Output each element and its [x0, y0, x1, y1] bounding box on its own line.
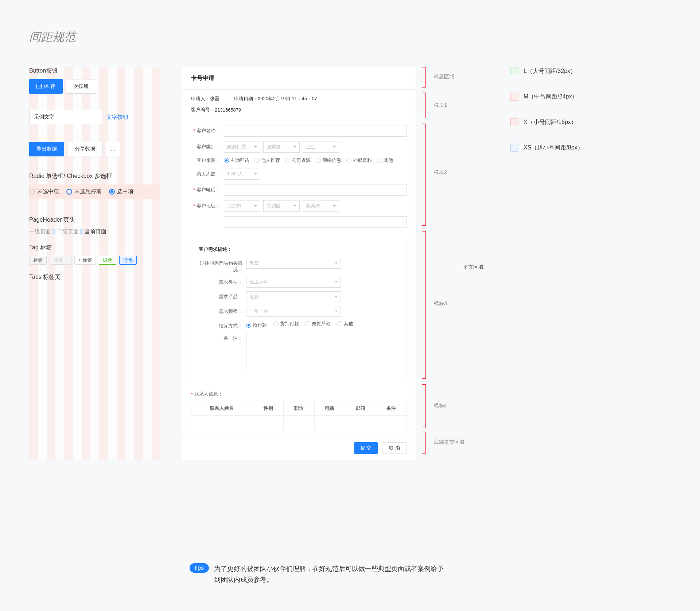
apply-date-value: 2020年2月19日 11：45：07	[258, 96, 317, 101]
type-select-1[interactable]: 政府机关	[224, 141, 260, 153]
bracket-title	[422, 67, 426, 87]
source-radio-6[interactable]: 其他	[377, 157, 393, 164]
more-button[interactable]: …	[106, 142, 120, 156]
demand-freq-label: 需求频率：	[199, 306, 246, 315]
source-radio-2[interactable]: 他人推荐	[254, 157, 280, 164]
settle-radio-2[interactable]: 货到付款	[273, 320, 299, 327]
contact-table: 联系人姓名 性别 职位 电话 邮箱 备注	[191, 401, 407, 430]
radio-label: 选中项	[117, 188, 133, 195]
radio-label: 未选中项	[37, 188, 59, 195]
settle-radio-4[interactable]: 其他	[337, 320, 353, 327]
breadcrumb-sep	[80, 229, 83, 234]
source-radio-4[interactable]: 网络信息	[316, 157, 341, 164]
legend-swatch-l	[510, 67, 518, 75]
region-m4-label: 模块4	[434, 402, 447, 409]
radio-icon	[337, 321, 342, 326]
export-button[interactable]: 导出数据	[29, 142, 64, 156]
breadcrumb-l2[interactable]: 二级页面	[57, 228, 79, 234]
example-input[interactable]	[29, 110, 102, 124]
bracket-m1	[422, 93, 426, 118]
radio-icon	[109, 189, 115, 195]
legend-swatch-m	[510, 93, 518, 101]
customer-type-label: 客户类别：	[191, 144, 224, 150]
page-title: 间距规范	[29, 29, 671, 45]
save-icon	[36, 84, 42, 89]
bracket-footer	[422, 432, 426, 454]
table-row[interactable]	[191, 416, 407, 430]
remark-textarea[interactable]	[246, 333, 348, 369]
settle-radio-3[interactable]: 先货后款	[305, 320, 331, 327]
demand-product-select[interactable]: 电影	[246, 291, 341, 302]
radio-icon	[346, 158, 351, 163]
th-email: 邮箱	[345, 401, 376, 416]
source-radio-3[interactable]: 公司资源	[285, 157, 311, 164]
radio-icon	[254, 158, 260, 163]
tag-blue[interactable]: 蓝色	[119, 256, 137, 265]
secondary-button[interactable]: 次按钮	[66, 79, 96, 94]
past-purchase-label: 过往同类产品购买情况：	[199, 258, 246, 273]
form-module-2: 客户名称： 客户类别： 政府机关 国家级 卫生 客户来源： 主动拜访 他人推荐 …	[182, 119, 416, 234]
source-radio-5[interactable]: 外部资料	[346, 157, 372, 164]
region-m1-label: 模块1	[434, 102, 447, 109]
customer-no-value: 2131565879	[215, 107, 241, 113]
submit-button[interactable]: 提 交	[354, 442, 378, 454]
tag-green[interactable]: 绿色	[99, 256, 116, 265]
settlement-label: 结算方式：	[199, 320, 246, 329]
form-footer: 提 交 取 消	[182, 436, 416, 460]
radio-checked[interactable]: 选中项	[109, 188, 133, 195]
employee-count-label: 员工人数：	[191, 171, 224, 177]
customer-phone-input[interactable]	[224, 184, 407, 196]
type-select-2[interactable]: 国家级	[263, 141, 300, 153]
form-title: 卡号申请	[182, 67, 416, 90]
addr-select-1[interactable]: 北京市	[224, 200, 260, 212]
radio-hover[interactable]: 未选悬停项	[66, 188, 102, 195]
form-card: 卡号申请 申请人：张磊 申请日期：2020年2月19日 11：45：07 客户编…	[182, 67, 416, 460]
tag-label: 标签	[54, 257, 63, 264]
tag-add[interactable]: + 标签	[74, 256, 96, 265]
applicant-value: 张磊	[210, 96, 219, 101]
demand-freq-select[interactable]: 一年一次	[246, 306, 341, 317]
legend-m-label: M（中号间距/24px）	[524, 93, 578, 101]
customer-name-label: 客户名称：	[191, 128, 224, 134]
breadcrumb: 一级页面二级页面当前页面	[29, 228, 160, 235]
source-radio-1[interactable]: 主动拜访	[224, 157, 249, 164]
radio-label: 主动拜访	[230, 157, 249, 164]
addr-detail-input[interactable]	[224, 216, 407, 228]
remark-label: 备 注：	[199, 333, 246, 342]
legend-swatch-xs	[510, 144, 518, 152]
radio-icon	[285, 158, 290, 163]
applicant-label: 申请人：	[191, 96, 210, 101]
customer-source-label: 客户来源：	[191, 157, 224, 164]
addr-select-2[interactable]: 东城区	[263, 200, 300, 212]
region-m3-label: 模块3	[434, 300, 447, 307]
radio-unchecked[interactable]: 未选中项	[29, 188, 59, 195]
tips-badge: tips	[190, 563, 209, 573]
th-gender: 性别	[253, 401, 283, 416]
radio-label: 他人推荐	[261, 157, 280, 164]
form-module-4: 联系人信息： 联系人姓名 性别 职位 电话 邮箱 备注	[182, 385, 416, 436]
close-icon[interactable]: ×	[65, 258, 67, 263]
customer-name-input[interactable]	[224, 125, 407, 137]
text-button[interactable]: 文字按钮	[106, 114, 128, 121]
demand-type-select[interactable]: 员工福利	[246, 277, 341, 288]
share-button[interactable]: 分享数据	[67, 142, 103, 156]
bracket-m4	[422, 384, 426, 428]
save-button[interactable]: 保 存	[29, 79, 63, 94]
customer-phone-label: 客户电话：	[191, 187, 224, 193]
radio-label: 未选悬停项	[74, 188, 102, 195]
region-footer-label: 底部提交区域	[434, 439, 464, 445]
region-m2-label: 模块2	[434, 169, 447, 176]
tag-closable[interactable]: 标签×	[50, 256, 71, 265]
radio-icon	[66, 189, 72, 195]
tag-default[interactable]: 标签	[29, 256, 47, 265]
demand-product-label: 需求产品：	[199, 291, 246, 300]
addr-select-3[interactable]: 某某街	[303, 200, 339, 212]
breadcrumb-l1[interactable]: 一级页面	[29, 228, 51, 234]
settle-radio-1[interactable]: 预付款	[246, 322, 267, 328]
cancel-button[interactable]: 取 消	[382, 442, 407, 454]
past-purchase-select[interactable]: 电影	[246, 258, 341, 269]
type-select-3[interactable]: 卫生	[303, 141, 339, 153]
employee-count-select[interactable]: 1-50 人	[224, 168, 260, 180]
legend-x-label: X（小号间距/16px）	[524, 118, 577, 126]
customer-no-label: 客户编号：	[191, 106, 215, 113]
